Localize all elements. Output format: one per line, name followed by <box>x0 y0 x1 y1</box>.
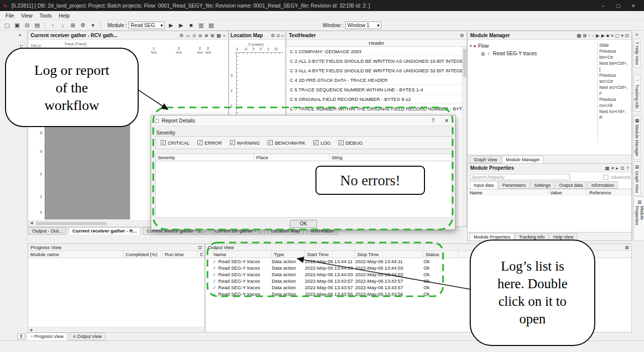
close-button[interactable]: ✕ <box>626 3 641 9</box>
run-icon[interactable]: ▶ <box>167 22 175 29</box>
run-flow-icon[interactable]: ▶ <box>601 33 605 38</box>
table-icon[interactable]: ▦ <box>577 33 581 38</box>
menu-file[interactable]: File <box>2 12 18 19</box>
dock-tab-module-properties[interactable]: ▥ Module Properties <box>633 196 644 241</box>
tab-module-manager[interactable]: Module Manager <box>502 156 544 163</box>
grid-icon[interactable]: ⊞ <box>583 33 587 38</box>
module-check-icon[interactable]: ✓ <box>487 51 491 56</box>
import-icon[interactable]: ↓ <box>59 22 67 28</box>
checkbox-log[interactable]: ✓LOG <box>313 140 331 146</box>
zoom-icon[interactable]: ⊙ <box>276 33 280 38</box>
tab-output-view[interactable]: ≡ Output View <box>69 332 105 340</box>
grid-icon[interactable]: ⊞ <box>210 33 214 38</box>
grid-icon[interactable]: ⊞ <box>69 22 77 29</box>
dock-tab-help-view[interactable]: ? Help View <box>633 39 640 68</box>
column-stop-time[interactable]: Stop Time <box>355 251 423 258</box>
textheader-row[interactable]: C 6 ORIGINAL FIELD RECORD NUMBER - BYTES… <box>286 94 467 104</box>
column-completed[interactable]: Completed (%) <box>124 251 163 258</box>
dock-toggle-icon[interactable]: ⇕ <box>17 333 25 339</box>
textheader-row[interactable]: C 2 ALL 2-BYTE FIELDS SHOULD BE WRITTEN … <box>286 56 467 66</box>
tree-collapse-icon[interactable]: ▾ <box>470 44 472 48</box>
menu-view[interactable]: View <box>18 12 36 19</box>
column-value[interactable]: Value <box>548 189 587 196</box>
scrollbar-thumb[interactable] <box>463 49 466 77</box>
textheader-row[interactable]: C 5 TRACE SEQUENCE NUMBER WITHIN LINE - … <box>286 85 467 94</box>
checkbox-benchmark[interactable]: ✓BENCHMARK <box>268 140 305 146</box>
move-down-icon[interactable]: ↓ <box>592 33 595 38</box>
gear-icon[interactable]: ⚙ <box>179 33 184 38</box>
column-module-name[interactable]: Module name <box>28 251 124 258</box>
expand-dock-icon[interactable]: » <box>635 32 638 37</box>
tab-current-receiver-gather[interactable]: Current receiver gather - R... <box>68 227 141 234</box>
add-icon[interactable]: ⊕ <box>204 33 208 38</box>
zoom-out-icon[interactable]: ⊖ <box>198 33 202 38</box>
tab-graph-view[interactable]: Graph View <box>470 156 501 163</box>
chevron-right-icon[interactable]: ▸ <box>616 165 618 171</box>
dialog-close-button[interactable]: ✕ <box>441 118 452 124</box>
tab-output-data[interactable]: Output data <box>555 181 587 189</box>
textheader-row[interactable]: C 7 TRACE NUMBER WITHIN THE ORIGINAL FIE… <box>286 104 467 113</box>
dock-tab-module-manager[interactable]: ▦ Module Manager <box>633 115 640 160</box>
minimize-button[interactable]: – <box>596 3 611 9</box>
column-status[interactable]: Status <box>423 251 459 258</box>
column-name[interactable]: Name <box>468 189 548 196</box>
stop-icon[interactable]: ■ <box>606 33 609 38</box>
export-icon[interactable]: ↑ <box>49 22 57 28</box>
column-severity[interactable]: Severity <box>156 154 254 161</box>
module-select[interactable]: Read SEG ▾ <box>129 22 165 29</box>
zoom-icon[interactable]: ⊙ <box>192 33 196 38</box>
new-doc-icon[interactable]: ▢ <box>3 22 11 29</box>
dialog-help-button[interactable]: ? <box>427 118 439 124</box>
flow-tree-module[interactable]: ▦ ✓ Read SEG-Y traces <box>481 51 537 56</box>
dock-tab-tracking-info[interactable]: ◔ Tracking info <box>633 75 640 111</box>
new-doc-icon[interactable]: ▢ <box>615 33 619 38</box>
column-reference[interactable]: Reference <box>587 189 631 196</box>
column-c[interactable]: C <box>198 251 204 258</box>
ok-button[interactable]: OK <box>290 220 317 228</box>
settings-gear-icon[interactable]: ⚙ <box>79 22 87 29</box>
checkbox-warning[interactable]: ✓WARNING <box>230 140 260 146</box>
pin-icon[interactable]: ⊡ <box>620 165 624 171</box>
textheader-v-scrollbar[interactable] <box>462 47 467 226</box>
maximize-button[interactable]: ▢ <box>611 3 626 9</box>
tab-information[interactable]: Information <box>587 181 618 189</box>
run-icon[interactable]: ▶ <box>596 33 599 38</box>
flow-tree-root[interactable]: ▾ ■ Flow <box>470 43 489 49</box>
textheader-row[interactable]: C 1 COMPANY: GEOMAGE 2003 <box>286 47 467 56</box>
scrollbar-thumb[interactable] <box>36 222 106 225</box>
checkbox-debug[interactable]: ✓DEBUG <box>339 140 363 146</box>
column-name[interactable]: Name <box>211 251 272 258</box>
chevron-down-icon[interactable]: ▾ <box>611 165 614 171</box>
tab-input-data[interactable]: Input data <box>470 181 498 189</box>
mail-icon[interactable]: ▧ <box>207 22 215 29</box>
table-icon[interactable]: ▦ <box>217 33 221 38</box>
advanced-checkbox[interactable]: Advanced <box>603 175 630 180</box>
pin-icon[interactable]: ⊡ <box>625 33 629 38</box>
print-icon[interactable]: ▤ <box>33 22 41 29</box>
scroll-left-icon[interactable]: ◀ <box>30 328 32 332</box>
overflow-icon[interactable]: » <box>281 33 284 38</box>
column-place[interactable]: Place <box>254 154 330 161</box>
dock-tab-graph-view[interactable]: ▤ Graph View <box>633 161 640 196</box>
gear-icon[interactable]: ⚙ <box>271 33 275 38</box>
dock-close-icon[interactable]: ⊠ <box>625 245 629 250</box>
search-input[interactable] <box>470 174 570 180</box>
expand-dock-icon[interactable]: » <box>19 32 22 38</box>
copy-icon[interactable]: ▥ <box>197 22 205 29</box>
menu-help[interactable]: Help <box>55 12 73 19</box>
gear-icon[interactable]: ⚙ <box>460 33 464 38</box>
tab-parameters[interactable]: Parameters <box>498 181 530 189</box>
column-start-time[interactable]: Start Time <box>305 251 355 258</box>
move-up-icon[interactable]: ↑ <box>588 33 591 38</box>
progress-h-scrollbar[interactable]: ◀ <box>29 327 204 331</box>
column-sting[interactable]: Sting <box>330 154 452 161</box>
tab-output[interactable]: Output - Out... <box>28 227 66 234</box>
run-all-icon[interactable]: ▶ <box>177 22 185 29</box>
save-icon[interactable]: ⊟ <box>23 22 31 29</box>
dialog-title-bar[interactable]: ▢ Report Details ? ✕ <box>151 115 455 126</box>
column-type[interactable]: Type <box>272 251 305 258</box>
textheader-row[interactable]: C 3 ALL 4-BYTE FIELDS SHOULD BE WRITTEN … <box>286 66 467 75</box>
help-icon[interactable]: ? <box>626 165 629 171</box>
overflow-icon[interactable]: » <box>223 33 226 38</box>
menu-tools[interactable]: Tools <box>36 12 56 19</box>
